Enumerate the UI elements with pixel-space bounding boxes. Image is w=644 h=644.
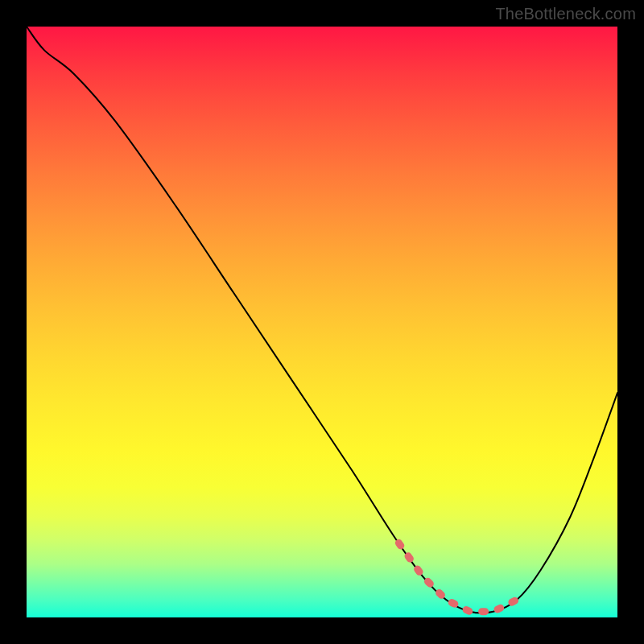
bottleneck-curve-line: [27, 27, 617, 613]
watermark-text: TheBottleneck.com: [495, 5, 636, 23]
valley-marker-band: [398, 543, 522, 612]
bottleneck-curve-svg: [27, 27, 617, 617]
chart-plot-area: [27, 27, 617, 617]
